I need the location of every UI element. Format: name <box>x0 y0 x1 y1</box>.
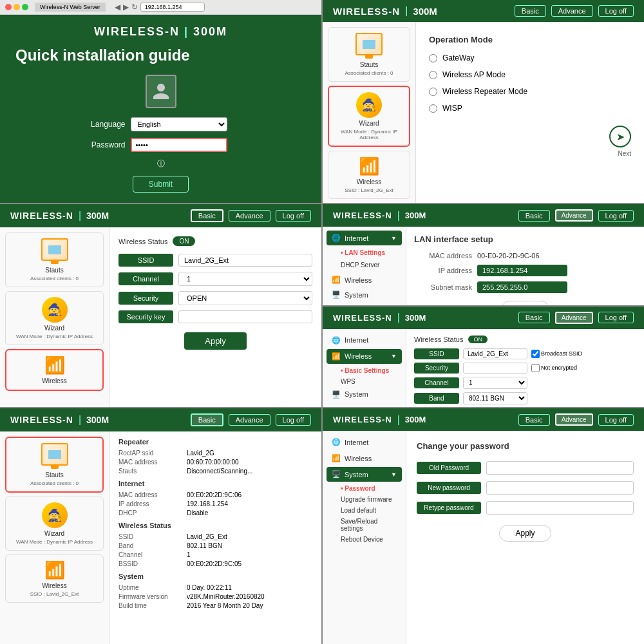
internet-icon: 🌐 <box>332 234 341 242</box>
basic-btn[interactable]: Basic <box>515 5 546 17</box>
mask-input[interactable] <box>477 281 567 293</box>
system-title: System <box>118 573 312 580</box>
p4b-toggle[interactable]: ON <box>468 336 488 343</box>
p6-password-sub[interactable]: • Password <box>327 483 402 494</box>
p5-basic-btn[interactable]: Basic <box>191 413 223 426</box>
p4b-wps[interactable]: WPS <box>327 376 402 387</box>
ip-label: IP address <box>414 267 472 274</box>
mode-gateway[interactable]: GateWay <box>429 53 631 62</box>
p3-nav-wireless[interactable]: 📶 Wireless <box>5 349 104 391</box>
language-select[interactable]: English <box>131 117 227 131</box>
new-password-input[interactable] <box>486 481 634 495</box>
p4-internet-item[interactable]: 🌐 Internet ▼ <box>327 231 402 245</box>
p6-logoff-btn[interactable]: Log off <box>598 414 634 426</box>
logoff-btn[interactable]: Log off <box>598 5 634 17</box>
p6-load-sub[interactable]: Load default <box>327 505 402 516</box>
ssid-label-btn: SSID <box>118 254 173 267</box>
int-mac-val: 00:E0:20:2D:9C:06 <box>187 491 242 498</box>
p5-stauts-card[interactable]: Stauts Associated clients : 0 <box>5 437 104 493</box>
p4-system-item[interactable]: 🖥️ System <box>327 287 402 302</box>
panel-mid-right: WIRELESS-N | 300M Basic Advance Log off … <box>323 204 644 407</box>
p5-logoff-btn[interactable]: Log off <box>276 414 311 426</box>
p4-dhcp[interactable]: DHCP Server <box>327 259 402 271</box>
submit-button[interactable]: Submit <box>133 176 189 193</box>
url-bar[interactable]: 192.168.1.254 <box>140 3 205 12</box>
p6-apply-button[interactable]: Apply <box>499 525 551 542</box>
nav-wizard-card[interactable]: 🧙 Wizard WAN Mode : Dynamic IP Address <box>328 86 410 147</box>
apply-button[interactable]: Apply <box>184 332 247 350</box>
ws-band-key: Band <box>118 542 183 549</box>
p6-basic-btn[interactable]: Basic <box>518 414 550 426</box>
p6-upgrade-sub[interactable]: Upgrade firmware <box>327 494 402 505</box>
p4b-system-item[interactable]: 🖥️ System <box>327 387 402 402</box>
p3-basic-btn[interactable]: Basic <box>191 209 223 222</box>
wifi-icon: 📶 <box>359 156 379 176</box>
p4b-ssid-input[interactable] <box>463 348 527 359</box>
int-dhcp-key: DHCP <box>118 509 183 516</box>
p3-nav-wizard[interactable]: 🧙 Wizard WAN Mode : Dynamic IP Address <box>5 291 104 345</box>
p6-reboot-sub[interactable]: Reboot Device <box>327 534 402 545</box>
p4b-wireless-item[interactable]: 📶 Wireless ▼ <box>327 349 402 364</box>
nav-wireless-card[interactable]: 📶 Wireless SSID : Lavid_2G_Ext <box>328 151 410 199</box>
p4b-ch-select[interactable]: 1 <box>463 377 527 389</box>
uptime-key: Uptime <box>118 584 183 591</box>
p6-system-item[interactable]: 🖥️ System ▼ <box>327 467 402 482</box>
p3-advance-btn[interactable]: Advance <box>229 210 270 222</box>
p6-wireless-item[interactable]: 📶 Wireless <box>327 451 402 466</box>
int-mac-key: MAC address <box>118 491 183 498</box>
nav-stauts-card[interactable]: Stauts Associated clients : 0 <box>328 27 410 82</box>
p4-logoff-btn[interactable]: Log off <box>598 210 634 222</box>
next-button[interactable]: ➤ <box>609 126 631 147</box>
p3-logoff-btn[interactable]: Log off <box>276 210 311 222</box>
p6-save-sub[interactable]: Save/Reload settings <box>327 516 402 534</box>
ip-input[interactable] <box>477 265 567 276</box>
info-icon: ⓘ <box>77 158 245 169</box>
ssid-input[interactable] <box>178 254 312 267</box>
p4-wireless-item[interactable]: 📶 Wireless <box>327 272 402 287</box>
security-key-input[interactable] <box>178 310 312 323</box>
build-key: Build time <box>118 602 183 609</box>
p5-wireless-card[interactable]: 📶 Wireless SSID : Lavid_2G_Ext <box>5 554 104 603</box>
p4b-basic-btn[interactable]: Basic <box>518 312 550 323</box>
p4-apply-button[interactable]: Apply <box>502 301 548 305</box>
monitor-icon <box>355 33 383 55</box>
advance-btn[interactable]: Advance <box>551 5 593 17</box>
p4b-basic-settings[interactable]: • Basic Settings <box>327 365 402 376</box>
mode-repeater[interactable]: Wireless Repeater Mode <box>429 87 631 96</box>
security-select[interactable]: OPEN <box>178 291 312 305</box>
p4b-advance-btn[interactable]: Advance <box>555 312 593 324</box>
p3-nav-stauts[interactable]: Stauts Associated clients : 0 <box>5 232 104 287</box>
p6-internet-item[interactable]: 🌐 Internet <box>327 435 402 450</box>
forward-btn[interactable]: ▶ <box>123 3 129 12</box>
p3-wizard-sub: WAN Mode : Dynamic IP Address <box>16 334 93 339</box>
p4b-sec-input[interactable] <box>463 363 527 374</box>
retype-password-input[interactable] <box>486 501 634 515</box>
password-field[interactable] <box>131 138 227 152</box>
not-encrypted-label[interactable]: Not encrypted <box>531 364 577 372</box>
broadcast-label[interactable]: Broadcast SSID <box>531 350 582 358</box>
p5-advance-btn[interactable]: Advance <box>229 414 270 426</box>
p4-basic-btn[interactable]: Basic <box>518 210 550 222</box>
p6-header: WIRELESS-N | 300M Basic Advance Log off <box>323 408 644 431</box>
p4b-logoff-btn[interactable]: Log off <box>598 312 634 323</box>
wireless-toggle[interactable]: ON <box>173 236 195 246</box>
back-btn[interactable]: ◀ <box>115 3 120 12</box>
p3-wireless-label: Wireless <box>42 377 66 384</box>
p6-advance-btn[interactable]: Advance <box>555 413 593 426</box>
p3-stauts-sub: Associated clients : 0 <box>30 276 79 281</box>
p4-nav: 🌐 Internet ▼ • LAN Settings DHCP Server … <box>323 227 406 305</box>
p4b-band-select[interactable]: 802.11 BGN <box>463 392 527 404</box>
mode-ap[interactable]: Wireless AP Mode <box>429 70 631 79</box>
next-label: Next <box>429 150 631 157</box>
browser-tab[interactable]: Wireless-N Web Server <box>35 3 106 12</box>
p5-wizard-card[interactable]: 🧙 Wizard WAN Mode : Dynamic IP Address <box>5 497 104 551</box>
p4-advance-btn[interactable]: Advance <box>555 209 593 222</box>
p4b-internet-item[interactable]: 🌐 Internet <box>327 333 402 348</box>
p4-lan-settings[interactable]: • LAN Settings <box>327 247 402 259</box>
old-password-input[interactable] <box>486 461 634 475</box>
p6-chevron-icon: ▼ <box>391 471 397 478</box>
channel-select[interactable]: 1 <box>178 272 312 286</box>
refresh-btn[interactable]: ↻ <box>131 3 138 12</box>
mode-wisp[interactable]: WISP <box>429 104 631 113</box>
p5-brand: WIRELESS-N <box>10 415 73 425</box>
